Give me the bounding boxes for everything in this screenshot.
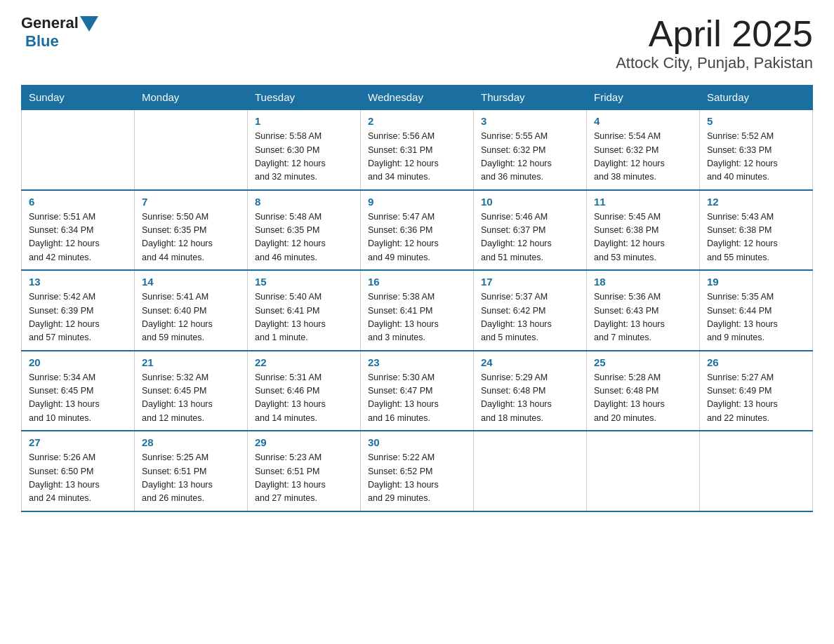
calendar-cell: 18Sunrise: 5:36 AMSunset: 6:43 PMDayligh… [587, 270, 700, 351]
calendar-cell: 27Sunrise: 5:26 AMSunset: 6:50 PMDayligh… [22, 431, 135, 511]
calendar-header: SundayMondayTuesdayWednesdayThursdayFrid… [22, 86, 813, 110]
calendar-cell: 10Sunrise: 5:46 AMSunset: 6:37 PMDayligh… [474, 190, 587, 271]
calendar-cell: 2Sunrise: 5:56 AMSunset: 6:31 PMDaylight… [361, 109, 474, 190]
logo: General Blue [21, 14, 98, 51]
calendar-cell: 15Sunrise: 5:40 AMSunset: 6:41 PMDayligh… [248, 270, 361, 351]
calendar-cell: 20Sunrise: 5:34 AMSunset: 6:45 PMDayligh… [22, 351, 135, 431]
day-info: Sunrise: 5:54 AMSunset: 6:32 PMDaylight:… [594, 130, 692, 185]
day-info: Sunrise: 5:52 AMSunset: 6:33 PMDaylight:… [707, 130, 805, 185]
day-header-wednesday: Wednesday [361, 86, 474, 110]
day-info: Sunrise: 5:47 AMSunset: 6:36 PMDaylight:… [368, 210, 466, 265]
day-number: 10 [481, 196, 579, 208]
calendar-cell: 23Sunrise: 5:30 AMSunset: 6:47 PMDayligh… [361, 351, 474, 431]
calendar-cell: 5Sunrise: 5:52 AMSunset: 6:33 PMDaylight… [700, 109, 813, 190]
calendar-cell: 28Sunrise: 5:25 AMSunset: 6:51 PMDayligh… [135, 431, 248, 511]
day-info: Sunrise: 5:56 AMSunset: 6:31 PMDaylight:… [368, 130, 466, 185]
day-number: 2 [368, 115, 466, 127]
day-info: Sunrise: 5:34 AMSunset: 6:45 PMDaylight:… [29, 371, 127, 426]
day-info: Sunrise: 5:22 AMSunset: 6:52 PMDaylight:… [368, 451, 466, 506]
day-info: Sunrise: 5:43 AMSunset: 6:38 PMDaylight:… [707, 210, 805, 265]
calendar-cell: 16Sunrise: 5:38 AMSunset: 6:41 PMDayligh… [361, 270, 474, 351]
day-number: 15 [255, 276, 353, 288]
calendar-cell: 6Sunrise: 5:51 AMSunset: 6:34 PMDaylight… [22, 190, 135, 271]
day-number: 16 [368, 276, 466, 288]
day-number: 24 [481, 356, 579, 368]
day-header-monday: Monday [135, 86, 248, 110]
day-number: 23 [368, 356, 466, 368]
day-number: 27 [29, 436, 127, 448]
day-info: Sunrise: 5:32 AMSunset: 6:45 PMDaylight:… [142, 371, 240, 426]
day-info: Sunrise: 5:55 AMSunset: 6:32 PMDaylight:… [481, 130, 579, 185]
calendar-cell: 13Sunrise: 5:42 AMSunset: 6:39 PMDayligh… [22, 270, 135, 351]
day-info: Sunrise: 5:58 AMSunset: 6:30 PMDaylight:… [255, 130, 353, 185]
calendar-cell: 11Sunrise: 5:45 AMSunset: 6:38 PMDayligh… [587, 190, 700, 271]
day-number: 26 [707, 356, 805, 368]
day-info: Sunrise: 5:48 AMSunset: 6:35 PMDaylight:… [255, 210, 353, 265]
day-number: 9 [368, 196, 466, 208]
calendar-cell: 3Sunrise: 5:55 AMSunset: 6:32 PMDaylight… [474, 109, 587, 190]
day-number: 8 [255, 196, 353, 208]
day-header-thursday: Thursday [474, 86, 587, 110]
calendar-cell [135, 109, 248, 190]
calendar-cell [587, 431, 700, 511]
calendar-cell: 12Sunrise: 5:43 AMSunset: 6:38 PMDayligh… [700, 190, 813, 271]
calendar-cell: 30Sunrise: 5:22 AMSunset: 6:52 PMDayligh… [361, 431, 474, 511]
logo-general-text: General [21, 14, 79, 32]
day-number: 13 [29, 276, 127, 288]
day-info: Sunrise: 5:37 AMSunset: 6:42 PMDaylight:… [481, 290, 579, 345]
day-info: Sunrise: 5:38 AMSunset: 6:41 PMDaylight:… [368, 290, 466, 345]
calendar-week-row: 6Sunrise: 5:51 AMSunset: 6:34 PMDaylight… [22, 190, 813, 271]
day-info: Sunrise: 5:42 AMSunset: 6:39 PMDaylight:… [29, 290, 127, 345]
calendar-table: SundayMondayTuesdayWednesdayThursdayFrid… [21, 85, 813, 512]
day-info: Sunrise: 5:46 AMSunset: 6:37 PMDaylight:… [481, 210, 579, 265]
calendar-cell: 21Sunrise: 5:32 AMSunset: 6:45 PMDayligh… [135, 351, 248, 431]
day-info: Sunrise: 5:45 AMSunset: 6:38 PMDaylight:… [594, 210, 692, 265]
day-number: 17 [481, 276, 579, 288]
calendar-cell: 26Sunrise: 5:27 AMSunset: 6:49 PMDayligh… [700, 351, 813, 431]
logo-triangle-icon [80, 16, 98, 32]
calendar-cell: 7Sunrise: 5:50 AMSunset: 6:35 PMDaylight… [135, 190, 248, 271]
calendar-week-row: 13Sunrise: 5:42 AMSunset: 6:39 PMDayligh… [22, 270, 813, 351]
day-number: 12 [707, 196, 805, 208]
title-block: April 2025 Attock City, Punjab, Pakistan [616, 14, 813, 72]
day-info: Sunrise: 5:41 AMSunset: 6:40 PMDaylight:… [142, 290, 240, 345]
day-info: Sunrise: 5:29 AMSunset: 6:48 PMDaylight:… [481, 371, 579, 426]
day-info: Sunrise: 5:27 AMSunset: 6:49 PMDaylight:… [707, 371, 805, 426]
day-number: 21 [142, 356, 240, 368]
day-number: 3 [481, 115, 579, 127]
day-info: Sunrise: 5:28 AMSunset: 6:48 PMDaylight:… [594, 371, 692, 426]
day-number: 4 [594, 115, 692, 127]
logo-blue-text: Blue [25, 32, 59, 51]
calendar-cell: 14Sunrise: 5:41 AMSunset: 6:40 PMDayligh… [135, 270, 248, 351]
calendar-cell [474, 431, 587, 511]
day-info: Sunrise: 5:25 AMSunset: 6:51 PMDaylight:… [142, 451, 240, 506]
day-header-saturday: Saturday [700, 86, 813, 110]
day-header-sunday: Sunday [22, 86, 135, 110]
calendar-cell: 9Sunrise: 5:47 AMSunset: 6:36 PMDaylight… [361, 190, 474, 271]
calendar-week-row: 20Sunrise: 5:34 AMSunset: 6:45 PMDayligh… [22, 351, 813, 431]
calendar-cell [700, 431, 813, 511]
calendar-week-row: 1Sunrise: 5:58 AMSunset: 6:30 PMDaylight… [22, 109, 813, 190]
day-number: 1 [255, 115, 353, 127]
calendar-cell: 29Sunrise: 5:23 AMSunset: 6:51 PMDayligh… [248, 431, 361, 511]
day-info: Sunrise: 5:23 AMSunset: 6:51 PMDaylight:… [255, 451, 353, 506]
day-header-tuesday: Tuesday [248, 86, 361, 110]
day-number: 30 [368, 436, 466, 448]
page-title: April 2025 [616, 14, 813, 54]
day-header-friday: Friday [587, 86, 700, 110]
day-number: 18 [594, 276, 692, 288]
day-info: Sunrise: 5:50 AMSunset: 6:35 PMDaylight:… [142, 210, 240, 265]
page-subtitle: Attock City, Punjab, Pakistan [616, 54, 813, 72]
days-of-week-row: SundayMondayTuesdayWednesdayThursdayFrid… [22, 86, 813, 110]
day-number: 6 [29, 196, 127, 208]
day-number: 29 [255, 436, 353, 448]
calendar-cell: 19Sunrise: 5:35 AMSunset: 6:44 PMDayligh… [700, 270, 813, 351]
day-info: Sunrise: 5:35 AMSunset: 6:44 PMDaylight:… [707, 290, 805, 345]
day-info: Sunrise: 5:30 AMSunset: 6:47 PMDaylight:… [368, 371, 466, 426]
calendar-body: 1Sunrise: 5:58 AMSunset: 6:30 PMDaylight… [22, 109, 813, 511]
day-number: 25 [594, 356, 692, 368]
day-info: Sunrise: 5:36 AMSunset: 6:43 PMDaylight:… [594, 290, 692, 345]
day-number: 28 [142, 436, 240, 448]
day-number: 5 [707, 115, 805, 127]
day-info: Sunrise: 5:40 AMSunset: 6:41 PMDaylight:… [255, 290, 353, 345]
